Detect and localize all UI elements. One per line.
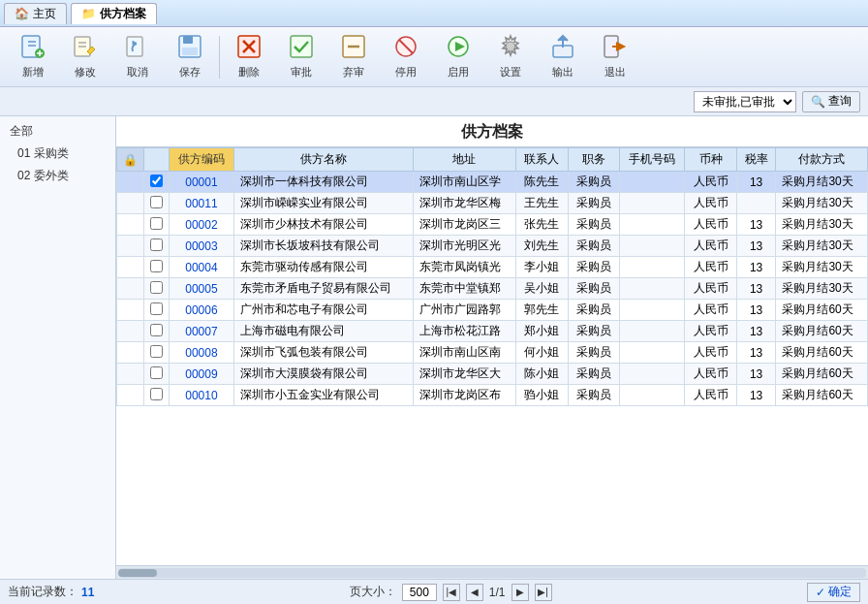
code-cell[interactable]: 00004 [170,257,234,278]
svg-rect-10 [127,37,142,56]
currency-cell: 人民币 [685,193,737,214]
category-tree: 全部01 采购类02 委外类 [0,116,116,579]
confirm-button[interactable]: ✓ 确定 [807,583,860,602]
exit-button[interactable]: 退出 [590,32,640,82]
prev-page-button[interactable]: ◀ [466,584,483,601]
query-button[interactable]: 🔍 查询 [802,91,860,112]
paymethod-cell: 采购月结30天 [776,278,868,300]
contact-header: 联系人 [516,148,569,172]
table-row[interactable]: 00001 深圳市一体科技有限公司 深圳市南山区学 陈先生 采购员 人民币 13… [117,172,868,193]
taxrate-cell: 13 [736,257,776,278]
settings-button[interactable]: 设置 [485,32,536,82]
check-cell[interactable] [144,321,170,342]
code-header[interactable]: 供方编码 [170,148,234,172]
taxrate-cell: 13 [736,364,776,385]
table-row[interactable]: 00004 东莞市驱动传感有限公司 东莞市凤岗镇光 李小姐 采购员 人民币 13… [117,257,868,278]
tree-item-purchase[interactable]: 01 采购类 [0,143,115,165]
code-cell[interactable]: 00008 [170,342,234,364]
cancel-button[interactable]: 取消 [112,32,163,82]
address-cell: 东莞市凤岗镇光 [413,257,515,278]
code-cell[interactable]: 00007 [170,321,234,342]
table-row[interactable]: 00007 上海市磁电有限公司 上海市松花江路 郑小姐 采购员 人民币 13 采… [117,321,868,342]
check-cell[interactable] [144,278,170,300]
lock-header: 🔒 [117,148,144,172]
check-cell[interactable] [144,257,170,278]
lock-cell [117,257,144,278]
delete-button[interactable]: 删除 [224,32,274,82]
check-cell[interactable] [144,364,170,385]
table-area[interactable]: 🔒 供方编码 供方名称 地址 联系人 职务 手机号码 币种 税率 付款方式 [116,146,868,565]
horizontal-scrollbar[interactable] [116,565,868,579]
check-cell[interactable] [144,236,170,257]
add-button[interactable]: 新增 [8,32,58,82]
position-cell: 采购员 [568,364,620,385]
position-cell: 采购员 [568,236,620,257]
check-cell[interactable] [144,214,170,236]
disable-button[interactable]: 停用 [381,32,431,82]
tree-item-all[interactable]: 全部 [0,120,115,143]
code-cell[interactable]: 00002 [170,214,234,236]
currency-cell: 人民币 [685,257,737,278]
table-row[interactable]: 00003 深圳市长坂坡科技有限公司 深圳市光明区光 刘先生 采购员 人民币 1… [117,236,868,257]
name-cell: 深圳市一体科技有限公司 [233,172,413,193]
taxrate-cell: 13 [736,278,776,300]
check-cell[interactable] [144,300,170,321]
address-cell: 深圳市龙岗区布 [413,385,515,406]
tree-item-outsource[interactable]: 02 委外类 [0,165,115,187]
code-cell[interactable]: 00011 [170,193,234,214]
status-filter[interactable]: 未审批,已审批 未审批 已审批 [694,91,796,112]
enable-button[interactable]: 启用 [433,32,483,82]
code-cell[interactable]: 00003 [170,236,234,257]
table-row[interactable]: 00005 东莞市矛盾电子贸易有限公司 东莞市中堂镇郑 吴小姐 采购员 人民币 … [117,278,868,300]
address-cell: 深圳市龙华区梅 [413,193,515,214]
last-page-button[interactable]: ▶| [535,584,552,601]
title-bar: 🏠 主页 📁 供方档案 [0,0,868,27]
name-cell: 广州市和芯电子有限公司 [233,300,413,321]
contact-cell: 郭先生 [516,300,569,321]
cancel-icon [125,34,150,63]
address-cell: 深圳市龙岗区三 [413,214,515,236]
paymethod-header: 付款方式 [776,148,868,172]
export-button[interactable]: 输出 [538,32,588,82]
tab-supplier-files[interactable]: 📁 供方档案 [71,3,157,24]
next-page-button[interactable]: ▶ [512,584,529,601]
export-icon [550,34,575,63]
disable-icon [393,34,418,63]
table-row[interactable]: 00008 深圳市飞弧包装有限公司 深圳市南山区南 何小姐 采购员 人民币 13… [117,342,868,364]
paymethod-cell: 采购月结60天 [776,342,868,364]
taxrate-cell: 13 [736,236,776,257]
currency-cell: 人民币 [685,364,737,385]
taxrate-cell: 13 [736,385,776,406]
paymethod-cell: 采购月结60天 [776,300,868,321]
code-cell[interactable]: 00009 [170,364,234,385]
position-header: 职务 [568,148,620,172]
lock-cell [117,278,144,300]
abandon-icon [341,34,366,63]
check-cell[interactable] [144,342,170,364]
address-cell: 广州市广园路郭 [413,300,515,321]
contact-cell: 张先生 [516,214,569,236]
code-cell[interactable]: 00006 [170,300,234,321]
approve-button[interactable]: 审批 [276,32,326,82]
table-row[interactable]: 00006 广州市和芯电子有限公司 广州市广园路郭 郭先生 采购员 人民币 13… [117,300,868,321]
check-cell[interactable] [144,385,170,406]
abandon-button[interactable]: 弃审 [328,32,379,82]
code-cell[interactable]: 00005 [170,278,234,300]
code-cell[interactable]: 00001 [170,172,234,193]
first-page-button[interactable]: |◀ [443,584,460,601]
lock-cell [117,236,144,257]
code-cell[interactable]: 00010 [170,385,234,406]
page-size-input[interactable] [402,584,437,601]
tab-home[interactable]: 🏠 主页 [4,3,67,24]
table-row[interactable]: 00011 深圳市嵘嵘实业有限公司 深圳市龙华区梅 王先生 采购员 人民币 采购… [117,193,868,214]
check-cell[interactable] [144,193,170,214]
table-row[interactable]: 00010 深圳市小五金实业有限公司 深圳市龙岗区布 驺小姐 采购员 人民币 1… [117,385,868,406]
contact-cell: 吴小姐 [516,278,569,300]
table-row[interactable]: 00009 深圳市大漠膜袋有限公司 深圳市龙华区大 陈小姐 采购员 人民币 13… [117,364,868,385]
table-row[interactable]: 00002 深圳市少林技术有限公司 深圳市龙岗区三 张先生 采购员 人民币 13… [117,214,868,236]
check-cell[interactable] [144,172,170,193]
currency-cell: 人民币 [685,321,737,342]
save-button[interactable]: 保存 [165,32,215,82]
edit-button[interactable]: 修改 [60,32,110,82]
phone-cell [620,214,685,236]
